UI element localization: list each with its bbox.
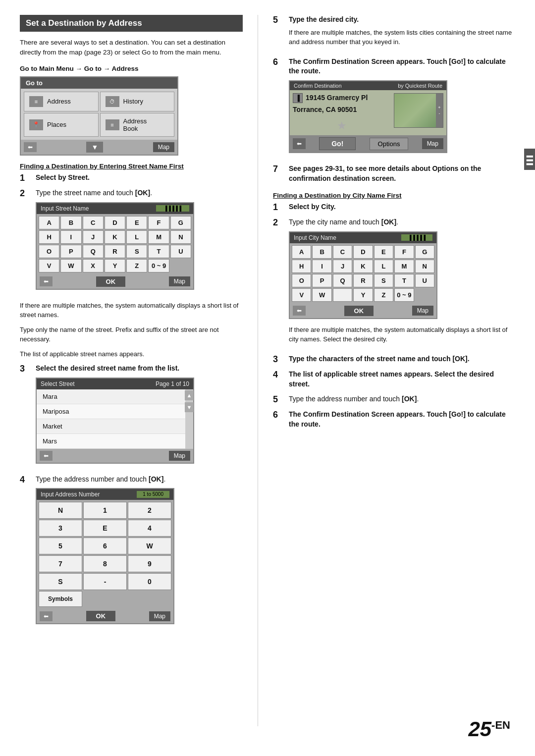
key-C[interactable]: C [83,216,104,229]
city-key-K[interactable]: K [353,260,373,273]
addr-key-3[interactable]: 3 [39,520,82,537]
key-X[interactable]: X [83,259,104,272]
goto-menu-item-places[interactable]: 📍 Places [24,113,99,137]
key-J[interactable]: J [83,230,104,244]
key-N[interactable]: N [170,230,191,244]
addr-key-0[interactable]: 0 [128,573,171,590]
addr-key-S[interactable]: S [39,573,82,590]
addr-kbd-back[interactable]: ⬅ [40,611,53,621]
list-item[interactable]: Mars [37,434,185,449]
key-Y[interactable]: Y [105,259,125,272]
goto-menu-item-address[interactable]: ≡ Address [24,92,99,111]
city-key-S[interactable]: S [374,274,393,287]
goto-map-button[interactable]: Map [153,142,174,152]
city-kbd-back[interactable]: ⬅ [293,306,306,316]
key-U[interactable]: U [170,245,191,258]
list-item[interactable]: Market [37,419,185,434]
city-key-0-9[interactable]: 0 ~ 9 [394,288,414,302]
list-item[interactable]: Mara [37,389,185,404]
confirm-back-button[interactable]: ⬅ [293,138,306,149]
goto-arrow-button[interactable]: ▼ [86,142,103,153]
addr-key-W[interactable]: W [128,538,171,554]
key-R[interactable]: R [105,245,125,258]
key-I[interactable]: I [60,230,81,244]
city-key-H[interactable]: H [292,260,311,273]
goto-back-button[interactable]: ⬅ [24,142,37,152]
addr-kbd-map[interactable]: Map [149,611,170,621]
zoom-in[interactable]: + [438,105,440,110]
addr-key-4[interactable]: 4 [128,520,171,537]
city-key-G[interactable]: G [415,245,434,259]
addr-key-9[interactable]: 9 [128,555,171,572]
section-title: Set a Destination by Address [20,15,243,32]
list-item[interactable]: Mariposa [37,404,185,419]
key-B[interactable]: B [60,216,81,229]
addr-key-E[interactable]: E [83,520,127,537]
city-key-V[interactable]: V [292,288,311,302]
scroll-down-button[interactable]: ▼ [185,402,194,412]
zoom-out[interactable]: - [439,111,440,116]
street-kbd-ok[interactable]: OK [96,276,126,287]
city-key-R[interactable]: R [353,274,373,287]
addr-key-8[interactable]: 8 [83,555,127,572]
city-kbd-ok[interactable]: OK [344,306,374,316]
key-S[interactable]: S [126,245,147,258]
key-V[interactable]: V [39,259,59,272]
city-key-B[interactable]: B [312,245,331,259]
key-E[interactable]: E [126,216,147,229]
city-key-I[interactable]: I [312,260,331,273]
city-key-W[interactable]: W [312,288,331,302]
key-H[interactable]: H [39,230,59,244]
key-T[interactable]: T [148,245,169,258]
key-F[interactable]: F [148,216,169,229]
key-W[interactable]: W [60,259,81,272]
city-key-D[interactable]: D [353,245,373,259]
city-key-A[interactable]: A [292,245,311,259]
key-D[interactable]: D [105,216,125,229]
addr-key-5[interactable]: 5 [39,538,82,554]
key-O[interactable]: O [39,245,59,258]
city-key-J[interactable]: J [333,260,352,273]
addr-key-1[interactable]: 1 [83,502,127,519]
addr-key-6[interactable]: 6 [83,538,127,554]
scroll-up-button[interactable]: ▲ [185,390,194,400]
key-G[interactable]: G [170,216,191,229]
key-P[interactable]: P [60,245,81,258]
addr-kbd-ok[interactable]: OK [86,611,116,621]
city-key-L[interactable]: L [374,260,393,273]
key-L[interactable]: L [126,230,147,244]
city-key-O[interactable]: O [292,274,311,287]
addr-key-symbols[interactable]: Symbols [39,591,82,607]
select-list-map[interactable]: Map [169,451,190,461]
city-key-Q[interactable]: Q [333,274,352,287]
city-key-C[interactable]: C [333,245,352,259]
city-key-Z[interactable]: Z [374,288,393,302]
key-Z[interactable]: Z [126,259,147,272]
confirm-map-button[interactable]: Map [422,138,443,149]
city-kbd-map[interactable]: Map [412,306,433,316]
key-0-9[interactable]: 0 ~ 9 [148,259,169,272]
options-button[interactable]: Options [370,138,409,150]
city-key-F[interactable]: F [394,245,414,259]
go-button[interactable]: Go! [319,137,356,150]
goto-menu-item-history[interactable]: ⏱ History [100,92,175,111]
city-key-T[interactable]: T [394,274,414,287]
street-kbd-back[interactable]: ⬅ [40,276,53,286]
city-key-P[interactable]: P [312,274,331,287]
select-list-back[interactable]: ⬅ [40,451,53,461]
key-Q[interactable]: Q [83,245,104,258]
key-K[interactable]: K [105,230,125,244]
city-key-E[interactable]: E [374,245,393,259]
addr-key-7[interactable]: 7 [39,555,82,572]
city-key-Y[interactable]: Y [353,288,373,302]
city-key-U[interactable]: U [415,274,434,287]
addr-key-dash[interactable]: - [83,573,127,590]
addr-key-N[interactable]: N [39,502,82,519]
addr-key-2[interactable]: 2 [128,502,171,519]
key-M[interactable]: M [148,230,169,244]
key-A[interactable]: A [39,216,59,229]
city-key-M[interactable]: M [394,260,414,273]
city-key-N[interactable]: N [415,260,434,273]
street-kbd-map[interactable]: Map [169,276,190,286]
goto-menu-item-addressbook[interactable]: ≡ AddressBook [100,113,175,137]
